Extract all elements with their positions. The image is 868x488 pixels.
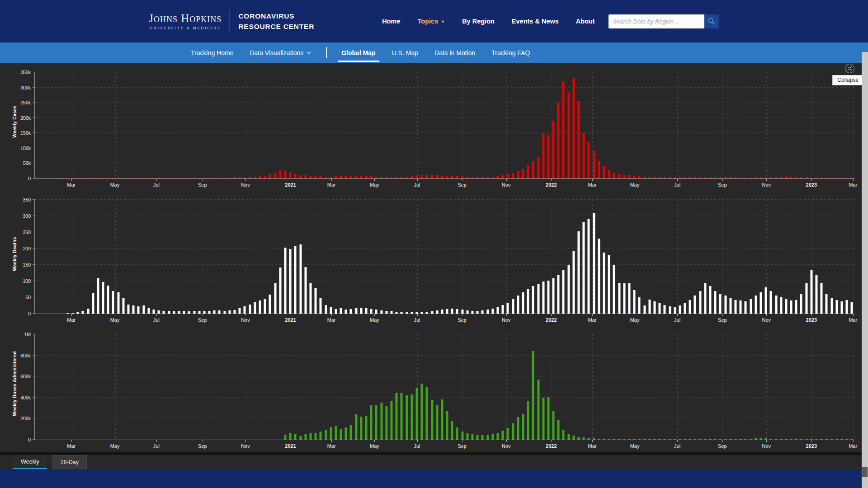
bar (279, 170, 281, 178)
subnav-item-data-visualizations[interactable]: Data Visualizations (241, 42, 320, 63)
x-tick-label: Mar (67, 182, 75, 188)
bar (82, 311, 84, 314)
scrollbar-thumb[interactable] (862, 467, 868, 477)
bar (694, 177, 696, 178)
bar (289, 249, 292, 314)
bar (497, 176, 499, 178)
bar (583, 222, 585, 314)
bar (694, 439, 696, 440)
bar (71, 313, 74, 314)
nav-item-topics[interactable]: Topics▼ (418, 18, 445, 25)
bar (835, 439, 838, 440)
bar (456, 309, 458, 314)
tab-weekly[interactable]: Weekly (13, 455, 47, 469)
x-tick-mark (374, 314, 375, 316)
bar (299, 175, 302, 178)
collapse-button[interactable] (845, 64, 854, 73)
bar (77, 312, 79, 314)
bar (472, 434, 474, 440)
y-tick-mark (33, 132, 35, 133)
x-gridline (115, 334, 116, 440)
x-gridline (506, 334, 507, 440)
site-brand[interactable]: CORONAVIRUS RESOURCE CENTER (238, 11, 314, 32)
caret-down-icon: ▼ (441, 19, 445, 24)
bar (183, 311, 185, 314)
subnav-item-tracking-home[interactable]: Tracking Home (183, 42, 241, 63)
bar (633, 439, 636, 440)
bar (623, 439, 625, 440)
bar (340, 308, 342, 314)
x-tick-label: Sep (718, 443, 727, 449)
bar (330, 177, 332, 178)
bar (481, 310, 484, 314)
x-tick-mark (551, 440, 552, 442)
search-box (609, 14, 719, 28)
bar (653, 177, 656, 178)
x-gridline (203, 72, 203, 178)
x-tick-label: May (370, 443, 379, 449)
x-gridline (552, 200, 552, 314)
bar (775, 439, 777, 440)
bar (385, 311, 387, 314)
x-tick-mark (722, 440, 723, 442)
bar (228, 310, 231, 314)
bar (173, 178, 175, 178)
bar (547, 135, 549, 178)
x-tick-label: Mar (327, 443, 336, 449)
bar (279, 267, 281, 314)
bar (335, 309, 337, 314)
search-button[interactable] (704, 14, 719, 28)
bar (547, 281, 549, 314)
search-input[interactable] (609, 14, 704, 28)
subnav-item-tracking-faq[interactable]: Tracking FAQ (483, 42, 538, 63)
x-tick-mark (245, 440, 246, 442)
bar (740, 178, 742, 178)
bar (557, 103, 560, 178)
nav-item-events-news[interactable]: Events & News (512, 18, 559, 25)
subnav-item-global-map[interactable]: Global Map (333, 42, 383, 63)
x-tick-label: Sep (198, 182, 207, 188)
bar (532, 161, 534, 178)
bar (760, 292, 762, 314)
bar (284, 171, 286, 178)
subnav-item-data-in-motion[interactable]: Data in Motion (426, 42, 483, 63)
tab-28-day[interactable]: 28-Day (52, 455, 87, 469)
bar (653, 439, 656, 440)
bar (588, 142, 590, 178)
bar (745, 178, 747, 178)
bar (259, 176, 261, 178)
bar (537, 284, 539, 314)
bar (608, 439, 610, 440)
subnav-item-u-s-map[interactable]: U.S. Map (384, 42, 426, 63)
bar (679, 305, 681, 314)
y-tick-label: 200k (20, 115, 31, 121)
bar (249, 305, 251, 314)
bar (810, 178, 812, 178)
nav-item-home[interactable]: Home (382, 18, 400, 25)
bar (628, 439, 630, 440)
x-tick-label: Mar (849, 443, 857, 449)
brand-line1: CORONAVIRUS (238, 11, 314, 21)
bar (684, 303, 686, 314)
x-gridline (417, 72, 418, 178)
bar (254, 302, 256, 314)
bar (385, 406, 387, 440)
y-tick-label: 150 (23, 262, 31, 267)
nav-item-about[interactable]: About (576, 18, 595, 25)
bar (684, 177, 686, 178)
jhu-logo[interactable]: Johns Hopkins University & Medicine (149, 13, 222, 30)
bar (633, 176, 636, 178)
nav-item-by-region[interactable]: By Region (462, 18, 495, 25)
bar (61, 178, 64, 178)
vertical-scrollbar[interactable] (862, 52, 868, 488)
bar (107, 286, 109, 314)
y-tick-label: 200 (23, 246, 31, 251)
y-tick-label: 100k (20, 145, 31, 151)
bar (664, 177, 666, 178)
bar (289, 433, 292, 440)
bar (66, 313, 69, 314)
x-tick-mark (592, 440, 593, 442)
bar (406, 177, 408, 178)
bar (456, 176, 458, 178)
x-tick-label: 2021 (285, 182, 296, 188)
